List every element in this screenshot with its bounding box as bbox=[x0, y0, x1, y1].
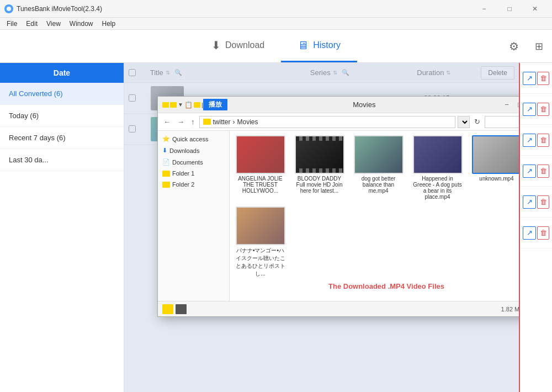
titlebar-controls: − □ ✕ bbox=[471, 0, 548, 18]
fe-file-name-1: ANGELINA JOLIE THE TRUEST HOLLYWOO... bbox=[236, 176, 285, 194]
download-icon: ⬇ bbox=[211, 39, 221, 52]
trash-btn-5[interactable]: 🗑 bbox=[537, 195, 549, 209]
share-btn-5[interactable]: ↗ bbox=[523, 195, 536, 209]
right-action-row-6: ↗ 🗑 bbox=[520, 218, 552, 248]
minimize-button[interactable]: − bbox=[471, 0, 497, 18]
trash-btn-4[interactable]: 🗑 bbox=[537, 165, 549, 178]
fe-file-thumb-6 bbox=[236, 206, 285, 245]
fe-file-name-6: バナナ•マンゴー•ハイスクール聴いたことあるひとリポストし... bbox=[236, 247, 285, 278]
top-tabs: ⬇ Download 🖥 History ⚙ ⊞ bbox=[0, 30, 552, 63]
right-action-row-2: ↗ 🗑 bbox=[520, 94, 552, 125]
maximize-button[interactable]: □ bbox=[497, 0, 522, 18]
tab-history-label: History bbox=[313, 40, 341, 50]
sidebar-item-all[interactable]: All Converted (6) bbox=[0, 83, 124, 105]
fe-maximize-btn[interactable]: □ bbox=[514, 99, 519, 110]
right-action-row-5: ↗ 🗑 bbox=[520, 187, 552, 218]
fe-path-separator: › bbox=[233, 118, 235, 126]
titlebar-left: TunesBank iMovieTool(2.3.4) bbox=[4, 4, 102, 13]
app-logo bbox=[4, 4, 13, 13]
fe-file-thumb-4 bbox=[413, 135, 463, 174]
sidebar-header: Date bbox=[0, 63, 124, 83]
fe-file-1[interactable]: ANGELINA JOLIE THE TRUEST HOLLYWOO... bbox=[234, 135, 286, 200]
statusbar-size: 1.82 MB bbox=[501, 306, 519, 312]
fe-path-folder: twitter bbox=[213, 118, 231, 126]
close-button[interactable]: ✕ bbox=[522, 0, 548, 18]
fe-sidebar-docs[interactable]: 📄 Documents bbox=[158, 156, 229, 168]
fe-back-btn[interactable]: ← bbox=[161, 116, 173, 127]
sidebar-item-today[interactable]: Today (6) bbox=[0, 105, 124, 127]
share-btn-4[interactable]: ↗ bbox=[523, 165, 536, 178]
menubar: File Edit View Window Help bbox=[0, 18, 552, 30]
settings-icon[interactable]: ⚙ bbox=[509, 40, 519, 53]
fe-file-3[interactable]: dog got better balance than me.mp4 bbox=[352, 135, 405, 200]
menu-view[interactable]: View bbox=[42, 18, 65, 29]
fe-file-thumb-3 bbox=[354, 135, 404, 174]
right-action-row-4: ↗ 🗑 bbox=[520, 156, 552, 187]
file-explorer: ▼ 📋 | 播放 Movies − □ ✕ ← → ↑ bbox=[157, 96, 519, 317]
fe-minimize-btn[interactable]: − bbox=[501, 99, 512, 110]
fe-path-subfolder: Movies bbox=[237, 118, 258, 126]
right-action-panel: ↗ 🗑 ↗ 🗑 ↗ 🗑 ↗ 🗑 ↗ 🗑 ↗ 🗑 bbox=[519, 63, 552, 392]
fe-sidebar-downloads[interactable]: ⬇ Downloads bbox=[158, 145, 229, 156]
sidebar-item-recent7[interactable]: Recent 7 days (6) bbox=[0, 127, 124, 149]
menu-help[interactable]: Help bbox=[98, 18, 120, 29]
fe-up-btn[interactable]: ↑ bbox=[189, 116, 197, 127]
fe-navbar: ← → ↑ twitter › Movies ↻ 🔍 bbox=[158, 113, 519, 131]
fe-file-thumb-5 bbox=[472, 135, 519, 174]
trash-btn-2[interactable]: 🗑 bbox=[537, 103, 549, 116]
fe-file-4[interactable]: Happened in Greece - A dog puts a bear i… bbox=[411, 135, 464, 200]
sidebar-item-last30[interactable]: Last 30 da... bbox=[0, 149, 124, 171]
sidebar: Date All Converted (6) Today (6) Recent … bbox=[0, 63, 124, 392]
fe-file-content: ANGELINA JOLIE THE TRUEST HOLLYWOO... BL… bbox=[230, 131, 519, 301]
fe-controls: − □ ✕ bbox=[501, 99, 519, 110]
trash-btn-1[interactable]: 🗑 bbox=[537, 72, 549, 85]
fe-path-bar[interactable]: twitter › Movies bbox=[199, 116, 456, 128]
fe-file-name-3: dog got better balance than me.mp4 bbox=[354, 176, 404, 194]
fe-file-6[interactable]: バナナ•マンゴー•ハイスクール聴いたことあるひとリポストし... bbox=[234, 206, 286, 278]
fe-search-input[interactable] bbox=[485, 116, 519, 128]
fe-sidebar-quickaccess[interactable]: ⭐ Quick access bbox=[158, 133, 229, 145]
content-area: Title ⇅ 🔍 Series ⇅ 🔍 Duration ⇅ Delete bbox=[124, 63, 519, 392]
tab-history[interactable]: 🖥 History bbox=[281, 30, 357, 62]
tab-download[interactable]: ⬇ Download bbox=[195, 30, 281, 62]
share-btn-6[interactable]: ↗ bbox=[523, 226, 536, 240]
fe-file-thumb-1 bbox=[236, 135, 285, 174]
share-btn-2[interactable]: ↗ bbox=[523, 103, 536, 116]
fe-file-thumb-2 bbox=[295, 135, 344, 174]
quickaccess-icon: ⭐ bbox=[162, 135, 170, 142]
app-title: TunesBank iMovieTool(2.3.4) bbox=[17, 5, 102, 13]
fe-sidebar-folder2[interactable]: Folder 2 bbox=[158, 179, 229, 190]
fe-view-dropdown[interactable] bbox=[458, 116, 470, 128]
menu-edit[interactable]: Edit bbox=[22, 18, 42, 29]
tab-download-label: Download bbox=[225, 40, 264, 50]
grid-icon[interactable]: ⊞ bbox=[535, 40, 543, 52]
trash-btn-6[interactable]: 🗑 bbox=[537, 226, 549, 240]
fe-file-name-2: BLOODY DADDY Full movie HD Join here for… bbox=[295, 176, 344, 194]
trash-btn-3[interactable]: 🗑 bbox=[537, 134, 549, 147]
svg-point-0 bbox=[7, 7, 11, 11]
fe-sidebar-folder1[interactable]: Folder 1 bbox=[158, 168, 229, 179]
fe-refresh-btn[interactable]: ↻ bbox=[472, 116, 482, 127]
right-action-row-1: ↗ 🗑 bbox=[520, 63, 552, 94]
statusbar-folder-icon bbox=[162, 304, 173, 314]
docs-icon: 📄 bbox=[162, 158, 170, 166]
statusbar-file-icon bbox=[176, 304, 187, 314]
fe-file-name-4: Happened in Greece - A dog puts a bear i… bbox=[413, 176, 463, 200]
fe-file-2[interactable]: BLOODY DADDY Full movie HD Join here for… bbox=[293, 135, 346, 200]
folder2-icon bbox=[162, 182, 170, 188]
path-folder-icon bbox=[203, 119, 211, 125]
fe-caption: The Downloaded .MP4 Video Files bbox=[234, 278, 519, 293]
fe-file-5[interactable]: unknown.mp4 bbox=[470, 135, 519, 200]
fe-statusbar: 1.82 MB ≡ ⊞ bbox=[158, 301, 519, 316]
menu-file[interactable]: File bbox=[2, 18, 22, 29]
fe-sidebar: ⭐ Quick access ⬇ Downloads 📄 Documents F… bbox=[158, 131, 230, 301]
fe-body: ⭐ Quick access ⬇ Downloads 📄 Documents F… bbox=[158, 131, 519, 301]
main-area: Date All Converted (6) Today (6) Recent … bbox=[0, 63, 552, 392]
fe-files-grid: ANGELINA JOLIE THE TRUEST HOLLYWOO... BL… bbox=[234, 135, 519, 278]
share-btn-3[interactable]: ↗ bbox=[523, 134, 536, 147]
share-btn-1[interactable]: ↗ bbox=[523, 72, 536, 85]
play-button[interactable]: 播放 bbox=[203, 99, 227, 110]
menu-window[interactable]: Window bbox=[65, 18, 98, 29]
fe-forward-btn[interactable]: → bbox=[175, 116, 187, 127]
fe-title: Movies bbox=[227, 100, 501, 109]
